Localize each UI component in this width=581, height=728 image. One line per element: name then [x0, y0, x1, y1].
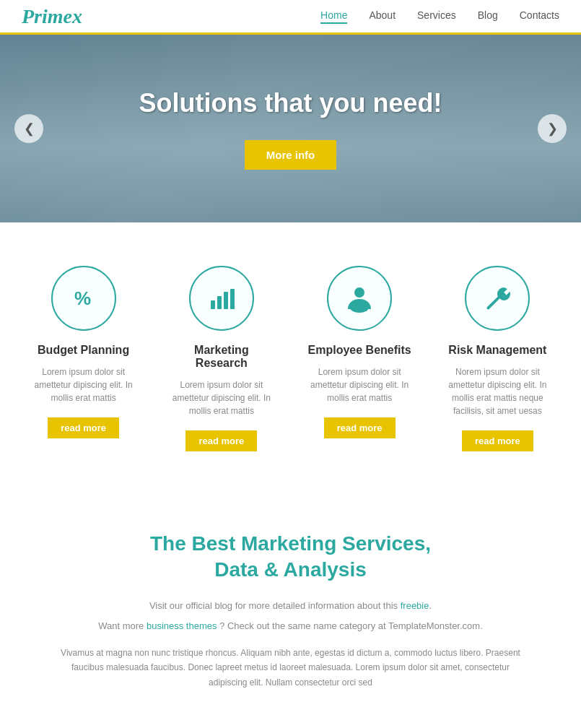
hero-title: Solutions that you need! — [139, 88, 442, 118]
hero-prev-arrow[interactable]: ❮ — [14, 114, 43, 143]
service-budget-planning: % Budget Planning Lorem ipsum dolor sit … — [22, 259, 145, 459]
risk-management-desc: Norem ipsum dolor sit amettetur dipiscin… — [443, 365, 552, 417]
nav-services[interactable]: Services — [417, 9, 456, 24]
budget-planning-icon-circle: % — [51, 266, 116, 331]
chart-icon — [206, 283, 237, 313]
risk-management-title: Risk Management — [448, 344, 546, 357]
marketing-title: The Best Marketing Services,Data & Analy… — [58, 531, 523, 584]
nav-home[interactable]: Home — [320, 9, 347, 24]
wrench-icon — [482, 283, 512, 313]
percent-icon: % — [69, 283, 99, 313]
hero-next-arrow[interactable]: ❯ — [538, 114, 567, 143]
employee-benefits-icon-circle — [327, 266, 392, 331]
budget-planning-read-more[interactable]: read more — [48, 417, 119, 438]
marketing-research-desc: Lorem ipsum dolor sit amettetur dipiscin… — [167, 378, 276, 417]
hero-more-info-button[interactable]: More info — [245, 140, 337, 170]
svg-text:%: % — [74, 287, 91, 309]
marketing-research-title: Marketing Research — [167, 344, 276, 370]
marketing-research-read-more[interactable]: read more — [185, 430, 257, 451]
nav-about[interactable]: About — [369, 9, 396, 24]
budget-planning-desc: Lorem ipsum dolor sit amettetur dipiscin… — [29, 365, 138, 404]
svg-rect-2 — [217, 296, 222, 309]
marketing-body: Vivamus at magna non nunc tristique rhon… — [58, 646, 523, 690]
budget-planning-title: Budget Planning — [38, 344, 129, 357]
marketing-subtitle-1: Visit our official blog for more detaile… — [58, 598, 523, 614]
marketing-research-icon-circle — [189, 266, 254, 331]
hero-content: Solutions that you need! More info — [139, 88, 442, 170]
nav-contacts[interactable]: Contacts — [520, 9, 559, 24]
service-risk-management: Risk Management Norem ipsum dolor sit am… — [436, 259, 559, 459]
svg-rect-3 — [224, 292, 228, 309]
nav: Home About Services Blog Contacts — [320, 9, 559, 24]
freebie-link[interactable]: freebie — [401, 600, 429, 611]
employee-benefits-title: Employee Benefits — [308, 344, 411, 357]
marketing-section: The Best Marketing Services,Data & Analy… — [0, 488, 581, 719]
employee-benefits-desc: Lorem ipsum dolor sit amettetur dipiscin… — [305, 365, 414, 404]
services-section: % Budget Planning Lorem ipsum dolor sit … — [0, 222, 581, 488]
risk-management-read-more[interactable]: read more — [462, 430, 533, 451]
logo: Primex — [22, 5, 82, 28]
header: Primex Home About Services Blog Contacts — [0, 0, 581, 35]
service-employee-benefits: Employee Benefits Lorem ipsum dolor sit … — [298, 259, 421, 459]
nav-blog[interactable]: Blog — [478, 9, 498, 24]
hero-section: ❮ Solutions that you need! More info ❯ — [0, 35, 581, 222]
svg-rect-1 — [211, 300, 215, 309]
svg-rect-4 — [230, 289, 235, 309]
marketing-subtitle-2: Want more business themes ? Check out th… — [58, 618, 523, 634]
services-grid: % Budget Planning Lorem ipsum dolor sit … — [22, 259, 559, 459]
risk-management-icon-circle — [465, 266, 530, 331]
svg-point-6 — [350, 303, 369, 313]
svg-point-5 — [354, 287, 364, 298]
business-themes-link[interactable]: business themes — [147, 620, 217, 631]
service-marketing-research: Marketing Research Lorem ipsum dolor sit… — [160, 259, 283, 459]
person-icon — [344, 283, 375, 313]
employee-benefits-read-more[interactable]: read more — [324, 417, 396, 438]
